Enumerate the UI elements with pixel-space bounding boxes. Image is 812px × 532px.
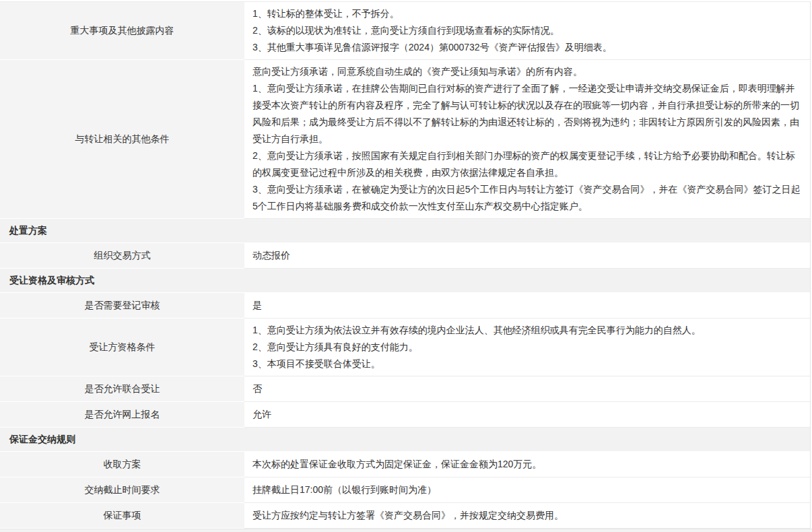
- other-transfer-conditions-label: 与转让相关的其他条件: [0, 60, 244, 219]
- deposit-collection-plan-label: 收取方案: [0, 452, 244, 477]
- registration-review-required: 是否需要登记审核是: [0, 293, 810, 319]
- value-line: 本次标的处置保证金收取方式为固定保证金，保证金金额为120万元。: [252, 456, 801, 473]
- value-line: 3、意向受让方须承诺，在被确定为受让方的次日起5个工作日内与转让方签订《资产交易…: [252, 181, 801, 215]
- deposit-deadline-requirement-value: 挂牌截止日17:00前（以银行到账时间为准）: [244, 477, 810, 503]
- joint-transfer-allowed: 是否允许联合受让否: [0, 376, 810, 402]
- other-transfer-conditions: 与转让相关的其他条件意向受让方须承诺，同意系统自动生成的《资产受让须知与承诺》的…: [0, 60, 810, 219]
- transferee-qualification-conditions-label: 受让方资格条件: [0, 319, 244, 376]
- deposit-deadline-requirement-label: 交纳截止时间要求: [0, 477, 244, 503]
- value-line: 挂牌截止日17:00前（以银行到账时间为准）: [252, 481, 801, 498]
- value-line: 2、意向受让方须具有良好的支付能力。: [252, 339, 801, 356]
- online-registration-allowed-value: 允许: [244, 402, 810, 428]
- next-section-cropped-strip: [0, 529, 812, 532]
- transferee-qualification-conditions-value: 1、意向受让方须为依法设立并有效存续的境内企业法人、其他经济组织或具有完全民事行…: [244, 319, 810, 376]
- listing-detail-page: 重大事项及其他披露内容1、转让标的整体受让，不予拆分。2、该标的以现状为准转让，…: [0, 0, 812, 532]
- value-line: 是: [252, 297, 801, 314]
- registration-review-required-label: 是否需要登记审核: [0, 293, 244, 319]
- section-title: 受让资格及审核方式: [9, 275, 94, 287]
- deposit-deadline-requirement: 交纳截止时间要求挂牌截止日17:00前（以银行到账时间为准）: [0, 477, 810, 503]
- value-line: 否: [252, 380, 801, 397]
- section-deposit-rules: 保证金交纳规则: [0, 428, 810, 452]
- value-line: 动态报价: [252, 247, 801, 264]
- online-registration-allowed: 是否允许网上报名允许: [0, 402, 810, 428]
- deposit-collection-plan: 收取方案本次标的处置保证金收取方式为固定保证金，保证金金额为120万元。: [0, 452, 810, 477]
- value-line: 1、转让标的整体受让，不予拆分。: [252, 5, 801, 22]
- guarantee-matters-value: 受让方应按约定与转让方签署《资产交易合同》，并按规定交纳交易费用。: [244, 503, 810, 529]
- major-events-disclosure: 重大事项及其他披露内容1、转让标的整体受让，不予拆分。2、该标的以现状为准转让，…: [0, 2, 810, 60]
- joint-transfer-allowed-value: 否: [244, 376, 810, 402]
- deposit-collection-plan-value: 本次标的处置保证金收取方式为固定保证金，保证金金额为120万元。: [244, 452, 810, 477]
- section-transferee-qualification: 受让资格及审核方式: [0, 269, 810, 293]
- value-line: 2、意向受让方须承诺，按照国家有关规定自行到相关部门办理标的资产的权属变更登记手…: [252, 147, 801, 181]
- online-registration-allowed-label: 是否允许网上报名: [0, 402, 244, 428]
- value-line: 1、意向受让方须承诺，在挂牌公告期间已自行对标的资产进行了全面了解，一经递交受让…: [252, 80, 801, 147]
- section-title: 处置方案: [9, 225, 47, 237]
- joint-transfer-allowed-label: 是否允许联合受让: [0, 376, 244, 402]
- trade-organization-method-label: 组织交易方式: [0, 243, 244, 269]
- trade-organization-method: 组织交易方式动态报价: [0, 243, 810, 269]
- section-disposal-plan: 处置方案: [0, 219, 810, 243]
- value-line: 受让方应按约定与转让方签署《资产交易合同》，并按规定交纳交易费用。: [252, 507, 801, 524]
- major-events-disclosure-value: 1、转让标的整体受让，不予拆分。2、该标的以现状为准转让，意向受让方须自行到现场…: [244, 2, 810, 60]
- value-line: 允许: [252, 406, 801, 423]
- trade-organization-method-value: 动态报价: [244, 243, 810, 269]
- other-transfer-conditions-value: 意向受让方须承诺，同意系统自动生成的《资产受让须知与承诺》的所有内容。1、意向受…: [244, 60, 810, 219]
- value-line: 3、本项目不接受联合体受让。: [252, 356, 801, 372]
- transferee-qualification-conditions: 受让方资格条件1、意向受让方须为依法设立并有效存续的境内企业法人、其他经济组织或…: [0, 319, 810, 376]
- section-title: 保证金交纳规则: [9, 434, 75, 446]
- value-line: 2、该标的以现状为准转让，意向受让方须自行到现场查看标的实际情况。: [252, 22, 801, 39]
- guarantee-matters: 保证事项受让方应按约定与转让方签署《资产交易合同》，并按规定交纳交易费用。: [0, 503, 810, 529]
- value-line: 意向受让方须承诺，同意系统自动生成的《资产受让须知与承诺》的所有内容。: [252, 63, 801, 80]
- value-line: 3、其他重大事项详见鲁信源评报字（2024）第000732号《资产评估报告》及明…: [252, 39, 801, 56]
- value-line: 1、意向受让方须为依法设立并有效存续的境内企业法人、其他经济组织或具有完全民事行…: [252, 322, 801, 339]
- registration-review-required-value: 是: [244, 293, 810, 319]
- major-events-disclosure-label: 重大事项及其他披露内容: [0, 2, 244, 60]
- guarantee-matters-label: 保证事项: [0, 503, 244, 529]
- detail-table: 重大事项及其他披露内容1、转让标的整体受让，不予拆分。2、该标的以现状为准转让，…: [0, 1, 811, 529]
